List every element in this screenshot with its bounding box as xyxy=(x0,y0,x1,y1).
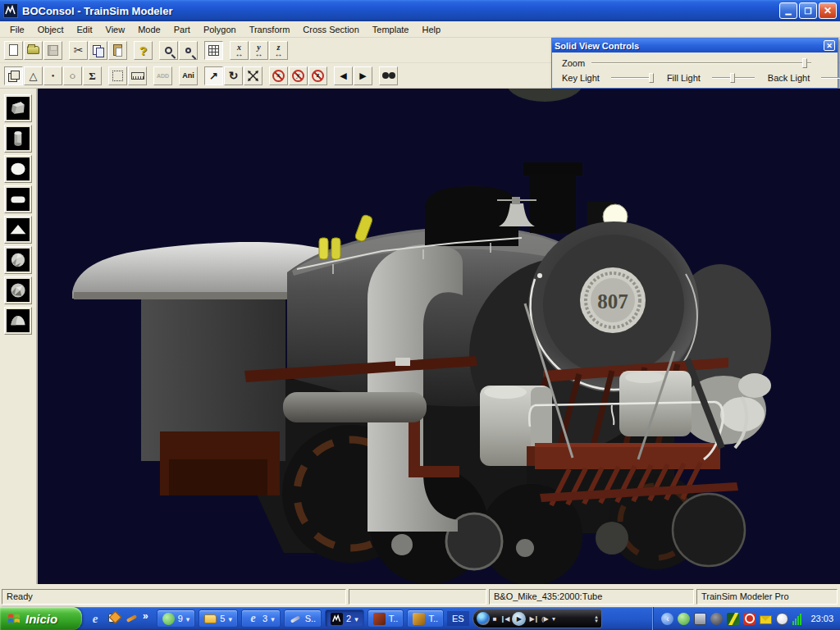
show-desktop-icon[interactable] xyxy=(107,612,120,625)
grid-toggle-button[interactable] xyxy=(204,41,223,60)
taskbar-group-trainsim-active[interactable]: 2 xyxy=(325,609,364,628)
media-player-logo-icon[interactable] xyxy=(477,612,490,625)
menu-view[interactable]: View xyxy=(99,23,132,36)
create-dome-button[interactable] xyxy=(4,307,32,335)
lock-y-button[interactable]: y xyxy=(289,66,308,85)
menu-polygon[interactable]: Polygon xyxy=(197,23,243,36)
create-cylinder-button[interactable] xyxy=(4,125,32,153)
tray-scheduler-icon[interactable] xyxy=(776,613,788,625)
key-light-slider[interactable] xyxy=(611,72,654,84)
new-button[interactable] xyxy=(4,41,23,60)
move-y-button[interactable]: y↔ xyxy=(249,41,268,60)
copy-button[interactable] xyxy=(89,41,107,60)
point-mode-button[interactable] xyxy=(43,66,62,85)
volume-dropdown-icon[interactable] xyxy=(552,615,555,623)
menu-part[interactable]: Part xyxy=(167,23,197,36)
find-button[interactable] xyxy=(379,66,398,85)
menu-edit[interactable]: Edit xyxy=(71,23,99,36)
cut-button[interactable] xyxy=(69,41,88,60)
group-dropdown-icon[interactable] xyxy=(354,614,358,623)
menu-cross-section[interactable]: Cross Section xyxy=(296,23,365,36)
tray-speaker-icon[interactable] xyxy=(710,613,723,625)
open-button[interactable] xyxy=(24,41,43,60)
object-mode-button[interactable] xyxy=(4,66,23,85)
polygon-mode-button[interactable] xyxy=(24,66,43,85)
volume-icon[interactable] xyxy=(541,615,549,623)
animation-button[interactable]: Ani xyxy=(179,66,198,85)
create-geosphere2-button[interactable] xyxy=(4,276,32,304)
solid-view-controls-close-icon[interactable]: ✕ xyxy=(824,40,835,51)
restore-button[interactable] xyxy=(799,2,817,19)
taskbar-group-folders[interactable]: 5 xyxy=(199,609,238,628)
taskbar-button-train2[interactable]: T.. xyxy=(407,609,444,628)
tray-mail-icon[interactable] xyxy=(760,615,772,624)
save-button[interactable] xyxy=(43,41,62,60)
previous-track-icon[interactable] xyxy=(500,615,509,623)
create-sphere-button[interactable] xyxy=(4,155,32,183)
next-track-icon[interactable] xyxy=(529,615,538,623)
taskbar-group-messenger[interactable]: 9 xyxy=(157,609,196,628)
previous-button[interactable] xyxy=(334,66,353,85)
taskbar-button-s-app[interactable]: S.. xyxy=(284,609,322,628)
rotate-tool-button[interactable] xyxy=(224,66,243,85)
zoom-out-button[interactable] xyxy=(179,41,198,60)
play-icon[interactable] xyxy=(512,612,526,626)
create-geosphere-button[interactable] xyxy=(4,246,32,274)
key-light-thumb[interactable] xyxy=(649,73,654,83)
paste-button[interactable] xyxy=(108,41,127,60)
zoom-in-magnifier-icon xyxy=(165,47,172,54)
scale-tool-button[interactable] xyxy=(244,66,262,85)
3d-viewport[interactable]: 807 xyxy=(38,89,840,584)
taskbar-button-train1[interactable]: T.. xyxy=(368,609,404,628)
minimize-button[interactable] xyxy=(779,2,797,19)
tray-download-manager-icon[interactable] xyxy=(743,613,756,625)
tray-collapse-chevron-icon[interactable]: ‹ xyxy=(661,613,673,625)
stop-icon[interactable] xyxy=(493,615,497,623)
tray-messenger-icon[interactable] xyxy=(678,613,690,625)
menu-file[interactable]: File xyxy=(3,23,31,36)
fill-light-thumb[interactable] xyxy=(730,73,735,83)
measure-button[interactable] xyxy=(128,66,147,85)
sphere-primitive-icon xyxy=(7,158,30,180)
media-player-expand-icon[interactable]: ▴▾ xyxy=(595,614,598,623)
marquee-select-button[interactable] xyxy=(108,66,127,85)
tray-signal-strength-icon[interactable] xyxy=(792,613,805,625)
paint-app-icon[interactable] xyxy=(125,612,138,625)
zoom-slider-thumb[interactable] xyxy=(802,58,807,68)
menu-template[interactable]: Template xyxy=(366,23,416,36)
quick-launch-more-chevron[interactable]: » xyxy=(143,610,148,622)
translate-tool-button[interactable] xyxy=(204,66,223,85)
tray-display-icon[interactable] xyxy=(694,613,706,625)
taskbar-clock[interactable]: 23:03 xyxy=(810,614,833,623)
group-dropdown-icon[interactable] xyxy=(186,614,190,623)
start-button[interactable]: Inicio xyxy=(0,607,82,630)
next-button[interactable] xyxy=(354,66,372,85)
move-x-button[interactable]: x↔ xyxy=(230,41,249,60)
taskbar-group-internet[interactable]: e 3 xyxy=(241,609,281,628)
menu-mode[interactable]: Mode xyxy=(131,23,167,36)
sigma-button[interactable]: Σ xyxy=(83,66,102,85)
tray-antivirus-icon[interactable] xyxy=(727,613,739,625)
back-light-slider[interactable] xyxy=(821,72,840,84)
fill-light-slider[interactable] xyxy=(712,72,755,84)
create-box-button[interactable] xyxy=(4,94,32,122)
create-capsule-button[interactable] xyxy=(4,185,32,213)
internet-explorer-icon[interactable]: e xyxy=(89,612,102,625)
close-button[interactable] xyxy=(819,2,837,19)
menu-object[interactable]: Object xyxy=(31,23,71,36)
add-button[interactable]: ADD xyxy=(153,66,172,85)
group-dropdown-icon[interactable] xyxy=(271,614,275,623)
create-cone-button[interactable] xyxy=(4,216,32,244)
help-button[interactable] xyxy=(134,41,153,60)
solid-view-controls-titlebar[interactable]: Solid View Controls ✕ xyxy=(552,39,838,52)
zoom-slider[interactable] xyxy=(591,57,811,69)
move-z-button[interactable]: z↔ xyxy=(269,41,288,60)
menu-transform[interactable]: Transform xyxy=(243,23,297,36)
lock-x-button[interactable]: x xyxy=(269,66,288,85)
language-indicator[interactable]: ES xyxy=(447,611,469,626)
menu-help[interactable]: Help xyxy=(415,23,447,36)
ellipse-mode-button[interactable] xyxy=(63,66,82,85)
zoom-in-button[interactable] xyxy=(159,41,178,60)
group-dropdown-icon[interactable] xyxy=(228,614,232,623)
lock-z-button[interactable]: z xyxy=(308,66,327,85)
